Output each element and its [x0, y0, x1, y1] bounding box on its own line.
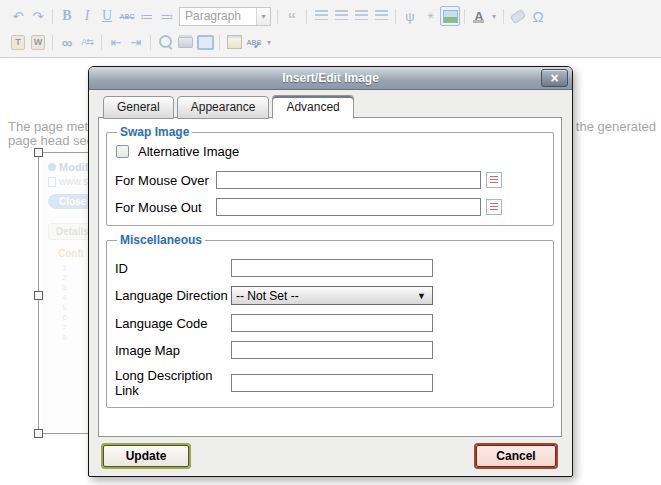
preview-icon[interactable]	[155, 32, 175, 52]
toolbar-separator	[395, 9, 396, 24]
toolbar-separator	[277, 9, 278, 24]
close-button[interactable]: ×	[541, 69, 568, 87]
editor-text: page head sect	[8, 133, 97, 148]
resize-handle[interactable]	[34, 291, 43, 300]
close-icon: ×	[550, 71, 558, 85]
toolbar-separator	[219, 35, 220, 50]
outdent-icon[interactable]: ⇤	[106, 32, 126, 52]
language-code-label: Language Code	[115, 316, 231, 331]
mouse-over-input[interactable]	[216, 171, 481, 189]
format-select[interactable]: Paragraph ▾	[179, 7, 271, 26]
toolbar-separator	[101, 35, 102, 50]
preview-url: www.s	[59, 176, 88, 187]
text-color-arrow-icon[interactable]: ▾	[489, 6, 499, 26]
image-map-label: Image Map	[115, 343, 231, 358]
alternative-image-label: Alternative Image	[138, 144, 239, 159]
paste-as-text-icon[interactable]: T	[11, 35, 25, 50]
unlink-icon[interactable]: ✳	[420, 6, 440, 26]
update-button[interactable]: Update	[103, 445, 189, 467]
edit-properties-icon[interactable]	[224, 32, 244, 52]
toolbar-row-2: TW∞A⇆⇤⇥ABC▾	[5, 29, 661, 55]
mouse-over-label: For Mouse Over	[115, 173, 216, 188]
spellcheck-arrow-icon[interactable]: ▾	[264, 32, 274, 52]
italic-icon[interactable]: I	[77, 6, 97, 26]
browse-image-icon[interactable]	[486, 199, 502, 215]
page-icon	[48, 177, 56, 187]
tab-appearance[interactable]: Appearance	[177, 96, 270, 119]
language-code-input[interactable]	[231, 314, 433, 332]
tab-general[interactable]: General	[103, 96, 174, 119]
tab-advanced[interactable]: Advanced	[272, 95, 353, 119]
chevron-down-icon[interactable]: ▾	[256, 8, 270, 25]
text-color-icon[interactable]: A	[469, 6, 489, 26]
toolbar-row-1: ↶↷BIUABC≔≕ Paragraph ▾ “ψ✳A▾Ω	[5, 3, 661, 29]
blockquote-icon[interactable]: “	[282, 6, 302, 26]
align-center-icon[interactable]	[331, 6, 351, 26]
id-label: ID	[115, 261, 231, 276]
undo-icon[interactable]: ↶	[8, 6, 28, 26]
language-direction-label: Language Direction	[115, 288, 231, 303]
resize-handle[interactable]	[34, 429, 43, 438]
alternative-image-checkbox[interactable]	[116, 145, 129, 158]
numbered-list-icon[interactable]: ≕	[157, 6, 177, 26]
find-replace-icon[interactable]: A⇆	[77, 32, 97, 52]
toolbar-separator	[464, 9, 465, 24]
swap-image-fieldset: Swap Image Alternative Image For Mouse O…	[106, 125, 554, 226]
bold-icon[interactable]: B	[57, 6, 77, 26]
align-justify-icon[interactable]	[371, 6, 391, 26]
print-icon[interactable]	[175, 32, 195, 52]
miscellaneous-fieldset: Miscellaneous ID Language Direction -- N…	[106, 233, 554, 408]
language-direction-value: -- Not Set --	[232, 289, 299, 303]
paste-from-word-icon[interactable]: W	[31, 35, 45, 50]
image-map-input[interactable]	[231, 341, 433, 359]
id-input[interactable]	[231, 259, 433, 277]
special-char-icon[interactable]: Ω	[528, 6, 548, 26]
format-select-value: Paragraph	[180, 9, 241, 23]
mouse-out-input[interactable]	[216, 198, 481, 216]
resize-handle[interactable]	[34, 148, 43, 157]
anchor-icon[interactable]: ψ	[400, 6, 420, 26]
editor-text: The page meta	[8, 119, 95, 134]
align-right-icon[interactable]	[351, 6, 371, 26]
cancel-button[interactable]: Cancel	[476, 445, 556, 467]
browser-logo-icon	[48, 163, 56, 171]
toolbar-separator	[306, 9, 307, 24]
mouse-out-label: For Mouse Out	[115, 200, 216, 215]
find-icon[interactable]: ∞	[57, 32, 77, 52]
remove-format-icon[interactable]	[508, 6, 528, 26]
toolbar-separator	[150, 35, 151, 50]
align-left-icon[interactable]	[311, 6, 331, 26]
image-icon[interactable]	[440, 6, 460, 26]
bullet-list-icon[interactable]: ≔	[137, 6, 157, 26]
toolbar-separator	[52, 9, 53, 24]
miscellaneous-legend: Miscellaneous	[117, 233, 205, 247]
editor-toolbar: ↶↷BIUABC≔≕ Paragraph ▾ “ψ✳A▾Ω TW∞A⇆⇤⇥ABC…	[0, 0, 661, 57]
dialog-tabs: GeneralAppearanceAdvanced	[103, 96, 357, 118]
strikethrough-icon[interactable]: ABC	[117, 6, 137, 26]
indent-icon[interactable]: ⇥	[126, 32, 146, 52]
dialog-titlebar[interactable]: Insert/Edit Image ×	[89, 67, 572, 90]
dialog-title: Insert/Edit Image	[89, 71, 572, 85]
select-arrow-icon: ▼	[417, 291, 432, 301]
toolbar-separator	[52, 35, 53, 50]
spellcheck-icon[interactable]: ABC	[244, 32, 264, 52]
advanced-tab-panel: Swap Image Alternative Image For Mouse O…	[98, 117, 562, 437]
language-direction-select[interactable]: -- Not Set -- ▼	[231, 286, 433, 305]
underline-icon[interactable]: U	[97, 6, 117, 26]
toolbar-separator	[503, 9, 504, 24]
swap-image-legend: Swap Image	[117, 125, 192, 139]
long-description-label: Long Description Link	[115, 368, 231, 398]
long-description-input[interactable]	[231, 374, 433, 392]
redo-icon[interactable]: ↷	[28, 6, 48, 26]
fullscreen-icon[interactable]	[195, 32, 215, 52]
browse-image-icon[interactable]	[486, 172, 502, 188]
editor-text: o the generated	[565, 119, 656, 134]
insert-edit-image-dialog: Insert/Edit Image × GeneralAppearanceAdv…	[88, 66, 573, 477]
